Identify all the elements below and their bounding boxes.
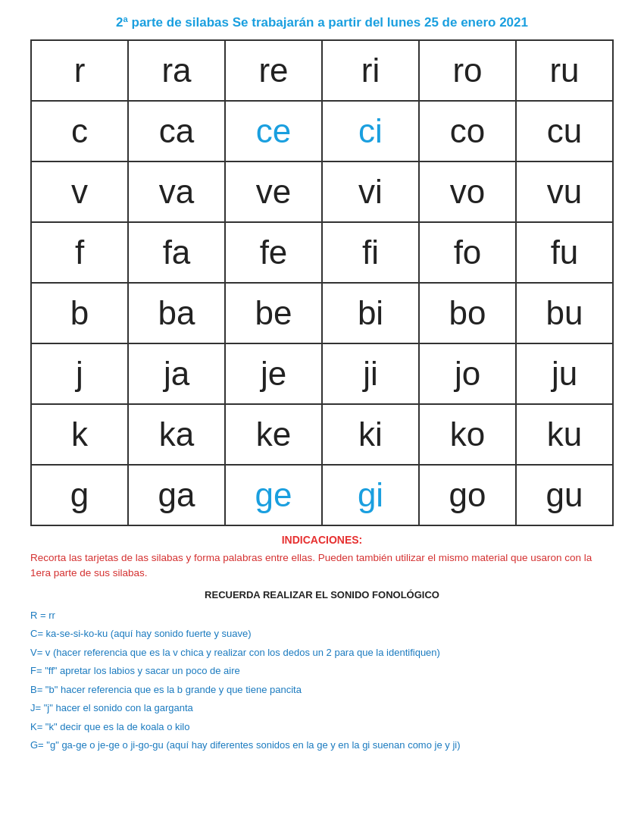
table-cell: go <box>419 465 516 525</box>
table-cell: ge <box>225 465 322 525</box>
table-cell: vo <box>419 161 516 222</box>
table-cell: co <box>419 101 516 161</box>
note-item: B= "b" hacer referencia que es la b gran… <box>30 682 614 698</box>
table-cell: ri <box>322 40 419 101</box>
table-cell: be <box>225 283 322 343</box>
table-cell: fu <box>516 222 613 283</box>
table-cell: bu <box>516 283 613 343</box>
indicaciones-label: INDICACIONES: <box>30 534 614 546</box>
instruction-text: Recorta las tarjetas de las silabas y fo… <box>30 550 614 582</box>
table-cell: va <box>128 161 225 222</box>
table-cell: ka <box>128 404 225 465</box>
table-cell: gu <box>516 465 613 525</box>
table-cell: ru <box>516 40 613 101</box>
table-cell: bi <box>322 283 419 343</box>
table-cell: f <box>31 222 128 283</box>
table-cell: v <box>31 161 128 222</box>
table-cell: r <box>31 40 128 101</box>
table-cell: ju <box>516 343 613 404</box>
table-cell: je <box>225 343 322 404</box>
table-cell: re <box>225 40 322 101</box>
table-cell: k <box>31 404 128 465</box>
syllable-table: rrareriroruccacecicocuvvavevivovuffafefi… <box>30 39 614 526</box>
table-cell: gi <box>322 465 419 525</box>
table-cell: ra <box>128 40 225 101</box>
table-cell: fi <box>322 222 419 283</box>
table-cell: ki <box>322 404 419 465</box>
table-cell: g <box>31 465 128 525</box>
table-cell: b <box>31 283 128 343</box>
table-cell: ja <box>128 343 225 404</box>
table-cell: j <box>31 343 128 404</box>
recuerda-label: RECUERDA REALIZAR EL SONIDO FONOLÓGICO <box>30 589 614 600</box>
table-cell: ba <box>128 283 225 343</box>
page-title: 2ª parte de silabas Se trabajarán a part… <box>30 15 614 30</box>
table-cell: ko <box>419 404 516 465</box>
table-cell: vu <box>516 161 613 222</box>
notes-container: R = rrC= ka-se-si-ko-ku (aquí hay sonido… <box>30 608 614 753</box>
table-cell: ku <box>516 404 613 465</box>
table-cell: fo <box>419 222 516 283</box>
table-cell: vi <box>322 161 419 222</box>
table-cell: fe <box>225 222 322 283</box>
note-item: K= "k" decir que es la de koala o kilo <box>30 720 614 735</box>
note-item: J= "j" hacer el sonido con la garganta <box>30 701 614 716</box>
table-cell: ci <box>322 101 419 161</box>
table-cell: jo <box>419 343 516 404</box>
table-cell: ca <box>128 101 225 161</box>
table-cell: bo <box>419 283 516 343</box>
table-cell: c <box>31 101 128 161</box>
table-cell: cu <box>516 101 613 161</box>
table-cell: ro <box>419 40 516 101</box>
note-item: F= "ff" apretar los labios y sacar un po… <box>30 663 614 679</box>
table-cell: ga <box>128 465 225 525</box>
table-cell: fa <box>128 222 225 283</box>
table-cell: ji <box>322 343 419 404</box>
note-item: C= ka-se-si-ko-ku (aquí hay sonido fuert… <box>30 626 614 641</box>
table-cell: ve <box>225 161 322 222</box>
note-item: V= v (hacer referencia que es la v chica… <box>30 645 614 660</box>
note-item: G= "g" ga-ge o je-ge o ji-go-gu (aquí ha… <box>30 738 614 753</box>
note-item: R = rr <box>30 608 614 623</box>
table-cell: ce <box>225 101 322 161</box>
table-cell: ke <box>225 404 322 465</box>
